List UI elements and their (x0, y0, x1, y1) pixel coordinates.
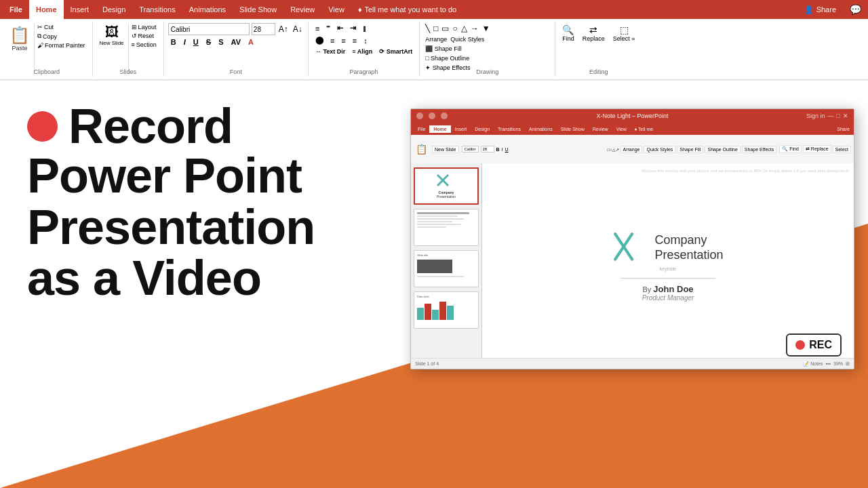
slide1-subtitle: Presentation (437, 195, 456, 199)
notes-btn[interactable]: 📝 Notes (803, 361, 823, 367)
shadow-button[interactable]: S (216, 37, 226, 47)
ppt-status-controls: 📝 Notes ▪▪▪ 39% ⊞ (803, 361, 850, 367)
line-shape[interactable]: ╲ (424, 23, 431, 34)
italic-button[interactable]: I (181, 37, 189, 47)
circle-shape[interactable]: ○ (451, 23, 458, 34)
arrow-shape[interactable]: → (469, 23, 480, 34)
bold-button[interactable]: B (168, 37, 179, 47)
ppt-close[interactable]: ✕ (843, 113, 848, 119)
bullets-button[interactable]: ≡ (313, 24, 322, 33)
ppt-underline[interactable]: U (505, 147, 509, 152)
ppt-slide-1[interactable]: Company Presentation (414, 167, 479, 205)
convert-smartart-button[interactable]: ⟳ SmartArt (376, 47, 415, 56)
replace-button[interactable]: ⇄ Replace (580, 23, 608, 43)
new-slide-button[interactable]: 🖼 New Slide (97, 23, 129, 75)
ppt-size-input[interactable]: 28 (481, 146, 494, 152)
font-size-input[interactable] (252, 23, 275, 35)
quick-styles-button[interactable]: Quick Styles (449, 35, 486, 43)
ppt-minimize[interactable]: — (828, 113, 834, 119)
tab-design[interactable]: Design (96, 0, 132, 19)
reset-button[interactable]: ↺ Reset (129, 32, 159, 40)
numbering-button[interactable]: ⁼ (323, 23, 333, 33)
rect-shape[interactable]: □ (432, 23, 439, 34)
ppt-tab-animations[interactable]: Animations (525, 125, 557, 133)
tab-tell-me[interactable]: ♦ Tell me what you want to do (351, 0, 463, 19)
ppt-tab-view[interactable]: View (612, 125, 631, 133)
ppt-font-input[interactable]: Calibri (462, 146, 479, 152)
align-center-button[interactable]: ≡ (328, 36, 337, 45)
ppt-signin[interactable]: Sign in (806, 113, 825, 119)
triangle-shape[interactable]: △ (460, 23, 469, 34)
increase-indent-button[interactable]: ⇥ (347, 23, 359, 33)
ppt-tab-design[interactable]: Design (471, 125, 494, 133)
decrease-indent-button[interactable]: ⇤ (334, 23, 346, 33)
ppt-tab-review[interactable]: Review (589, 125, 612, 133)
ppt-tab-file[interactable]: File (414, 125, 429, 133)
zoom-fit[interactable]: ⊞ (846, 361, 850, 367)
ppt-clipboard-btn[interactable]: 📋 (414, 143, 429, 155)
ppt-quick-styles[interactable]: Quick Styles (644, 146, 675, 153)
ppt-arrange[interactable]: Arrange (620, 146, 643, 153)
more-shapes[interactable]: ▼ (481, 23, 492, 34)
ppt-replace[interactable]: ⇄ Replace (803, 145, 831, 153)
strikethrough-button[interactable]: S (203, 37, 214, 47)
font-name-input[interactable] (168, 23, 250, 35)
fontcolor-button[interactable]: A (245, 37, 256, 47)
ppt-italic[interactable]: I (502, 147, 503, 152)
align-right-button[interactable]: ≡ (338, 36, 348, 45)
ppt-slide-3[interactable]: Slide title (414, 250, 479, 287)
arrange-button[interactable]: Arrange (424, 35, 448, 43)
tab-home[interactable]: Home (29, 0, 64, 19)
ppt-slide-4[interactable]: Data slide (414, 291, 479, 329)
ppt-select[interactable]: Select (833, 146, 851, 153)
increase-font-btn[interactable]: A↑ (277, 24, 290, 34)
ppt-maximize[interactable]: □ (837, 113, 840, 119)
ppt-tab-insert[interactable]: Insert (451, 125, 471, 133)
find-button[interactable]: 🔍 Find (559, 23, 577, 43)
underline-button[interactable]: U (191, 37, 201, 47)
paste-button[interactable]: 📋 Paste (5, 23, 35, 75)
ppt-dot-2 (429, 113, 435, 119)
line-spacing-button[interactable]: ↕ (361, 36, 370, 45)
select-button[interactable]: ⬚ Select = (610, 23, 638, 43)
shape-fill-button[interactable]: ⬛ Shape Fill (424, 45, 463, 53)
section-button[interactable]: ≡ Section (129, 41, 159, 49)
ppt-shape-effects[interactable]: Shape Effects (742, 146, 776, 153)
tab-animations[interactable]: Animations (182, 0, 233, 19)
tab-insert[interactable]: Insert (64, 0, 96, 19)
rec-button[interactable]: REC (786, 333, 842, 357)
decrease-font-btn[interactable]: A↓ (292, 24, 304, 34)
rounded-rect-shape[interactable]: ▭ (440, 23, 450, 34)
ppt-find[interactable]: 🔍 Find (779, 145, 802, 153)
ppt-slide-2[interactable] (414, 209, 479, 246)
share-button[interactable]: 👤 Share (797, 0, 843, 19)
ppt-new-slide-btn[interactable]: New Slide (432, 146, 459, 153)
align-left-button[interactable]: ⬤ (313, 35, 326, 45)
shape-outline-button[interactable]: □ Shape Outline (424, 54, 471, 62)
cut-button[interactable]: ✂ Cut (35, 23, 88, 31)
ppt-tab-home[interactable]: Home (429, 125, 450, 133)
layout-button[interactable]: ⊞ Layout (129, 23, 159, 31)
ppt-tab-slideshow[interactable]: Slide Show (557, 125, 589, 133)
tab-review[interactable]: Review (283, 0, 321, 19)
comments-button[interactable]: 💬 (843, 0, 868, 19)
tab-slideshow[interactable]: Slide Show (233, 0, 283, 19)
ppt-share-btn[interactable]: Share (833, 125, 854, 133)
copy-button[interactable]: ⧉ Copy (35, 32, 88, 41)
align-text-button[interactable]: ≡ Align (349, 47, 375, 56)
ppt-tab-transitions[interactable]: Transitions (494, 125, 525, 133)
ppt-shape-fill[interactable]: Shape Fill (677, 146, 703, 153)
format-painter-button[interactable]: 🖌 Format Painter (35, 41, 88, 49)
tab-file[interactable]: File (3, 0, 29, 19)
tab-view[interactable]: View (321, 0, 351, 19)
ppt-shape-outline[interactable]: Shape Outline (705, 146, 740, 153)
text-direction-button[interactable]: ↔ Text Dir (313, 47, 348, 56)
ppt-bold[interactable]: B (496, 147, 500, 152)
charspacing-button[interactable]: AV (229, 37, 243, 47)
ppt-tab-tellme[interactable]: ♦ Tell me (631, 125, 658, 133)
tab-transitions[interactable]: Transitions (132, 0, 182, 19)
record-indicator: Record (27, 102, 387, 150)
paste-icon: 📋 (9, 26, 30, 45)
justify-button[interactable]: ≡ (350, 36, 359, 45)
columns-button[interactable]: ⫿ (360, 24, 370, 33)
